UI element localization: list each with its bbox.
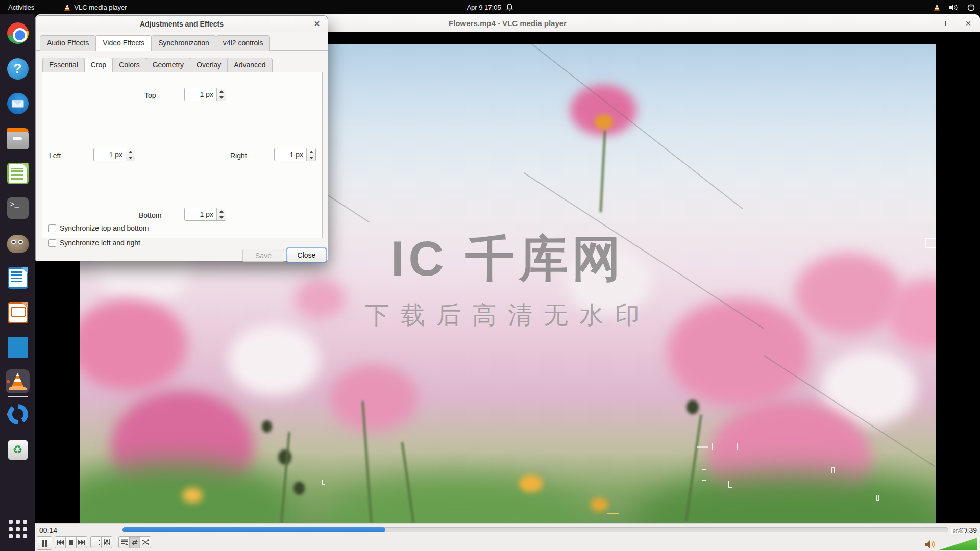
activities-button[interactable]: Activities [0,0,42,14]
minimize-icon [925,23,930,24]
spin-up-button[interactable] [217,208,226,214]
crop-left-label: Left [49,152,61,160]
overlay-mark [831,467,835,473]
fullscreen-button[interactable] [90,536,102,548]
save-button[interactable]: Save [242,249,284,262]
spin-down-button[interactable] [307,155,315,161]
dock-item-app-grid[interactable] [6,517,30,541]
spin-up-button[interactable] [307,148,315,155]
crop-handle[interactable] [925,238,936,248]
minimize-button[interactable] [923,19,932,28]
sync-left-right-label: Synchronize left and right [60,239,140,247]
trash-icon: ♻ [8,440,28,460]
clock-menu[interactable]: Apr 9 17:05 [467,4,513,11]
dialog-titlebar[interactable]: Adjustments and Effects ✕ [36,16,328,32]
desktop: Flowers.mp4 - VLC media player ✕ [0,0,980,551]
dock-item-files[interactable] [6,127,30,151]
tab-v4l2-controls[interactable]: v4l2 controls [216,35,271,51]
crop-right-value[interactable]: 1 px [275,148,306,161]
dock-item-chrome[interactable] [6,21,30,45]
dock-item-vscode[interactable] [6,335,30,359]
flower-center [519,475,543,492]
volume-percentage: 95% [951,529,965,534]
subtab-colors[interactable]: Colors [112,58,146,72]
system-tray[interactable] [934,4,975,11]
appmenu[interactable]: VLC media player [64,4,127,11]
loop-button[interactable] [129,536,140,548]
volume-slider[interactable] [939,537,979,550]
spin-down-button[interactable] [217,214,226,220]
subtab-advanced[interactable]: Advanced [227,58,272,72]
random-button[interactable] [140,536,151,548]
equalizer-icon [104,539,110,545]
previous-button[interactable] [55,536,66,548]
close-dialog-button[interactable]: Close [287,248,326,262]
stop-button[interactable] [65,536,77,548]
vscode-icon [8,337,28,358]
close-button[interactable]: ✕ [964,19,973,28]
crop-left-value[interactable]: 1 px [94,148,126,161]
previous-icon [57,540,64,545]
thunderbird-icon [7,93,29,114]
crop-top-value[interactable]: 1 px [185,88,216,101]
dialog-close-button[interactable]: ✕ [311,18,323,30]
watermark-line [525,44,743,209]
spin-up-button[interactable] [217,88,226,94]
dock-item-thunderbird[interactable] [6,91,30,115]
sync-left-right-checkbox[interactable]: Synchronize left and right [48,239,140,247]
overlay-mark [322,480,325,485]
video-effects-subtabs: Essential Crop Colors Geometry Overlay A… [42,58,272,72]
crop-right-spinbox[interactable]: 1 px [274,148,316,161]
overlay-mark [697,446,708,448]
tab-synchronization[interactable]: Synchronization [151,35,216,51]
checkbox-box[interactable] [48,224,56,232]
subtab-overlay[interactable]: Overlay [190,58,228,72]
crop-right-label: Right [230,152,247,160]
spin-down-button[interactable] [126,155,135,161]
overlay-mark [712,443,738,450]
bell-icon [506,4,513,11]
sync-top-bottom-checkbox[interactable]: Synchronize top and bottom [48,224,149,232]
next-icon [78,540,85,545]
dock-item-libreoffice-impress[interactable] [6,300,30,324]
crop-bottom-value[interactable]: 1 px [185,208,216,220]
shuffle-icon [142,539,149,545]
next-button[interactable] [76,536,87,548]
seed-head [262,420,272,433]
playlist-button[interactable] [118,536,130,548]
seek-bar[interactable] [122,527,948,532]
dock-item-gimp[interactable] [6,231,30,255]
dock-item-libreoffice-calc[interactable] [6,161,30,185]
dock-item-trash[interactable]: ♻ [6,438,30,462]
checkbox-box[interactable] [48,239,56,247]
dock-item-libreoffice-writer[interactable] [6,266,30,290]
stem [600,131,606,212]
pause-button[interactable] [37,536,52,550]
overlay-mark-yellow [607,513,619,523]
subtab-geometry[interactable]: Geometry [146,58,190,72]
dock-item-help[interactable]: ? [6,57,30,81]
maximize-button[interactable] [943,19,952,28]
crop-top-spinbox[interactable]: 1 px [184,88,226,101]
spin-up-button[interactable] [126,148,135,155]
crop-left-spinbox[interactable]: 1 px [93,148,135,161]
spin-down-button[interactable] [217,94,226,101]
tab-audio-effects[interactable]: Audio Effects [40,35,96,51]
speaker-icon[interactable] [925,539,936,549]
dialog-tabs: Audio Effects Video Effects Synchronizat… [40,35,270,51]
subtab-essential[interactable]: Essential [42,58,85,72]
dock-item-software-updater[interactable] [6,402,30,426]
player-controls: 00:14 00:39 [35,523,980,551]
dock-item-terminal[interactable]: >_ [6,196,30,220]
extended-settings-button[interactable] [101,536,112,548]
crop-bottom-spinbox[interactable]: 1 px [184,208,226,221]
dock-item-vlc[interactable] [6,369,30,393]
tab-video-effects[interactable]: Video Effects [95,35,152,51]
libreoffice-impress-icon [8,302,28,323]
volume-fill [939,537,977,550]
playlist-icon [121,539,128,545]
subtab-crop[interactable]: Crop [84,58,113,72]
elapsed-time: 00:14 [39,526,57,534]
adjustments-effects-dialog: Adjustments and Effects ✕ Audio Effects … [35,15,328,261]
vlc-icon [9,373,27,390]
